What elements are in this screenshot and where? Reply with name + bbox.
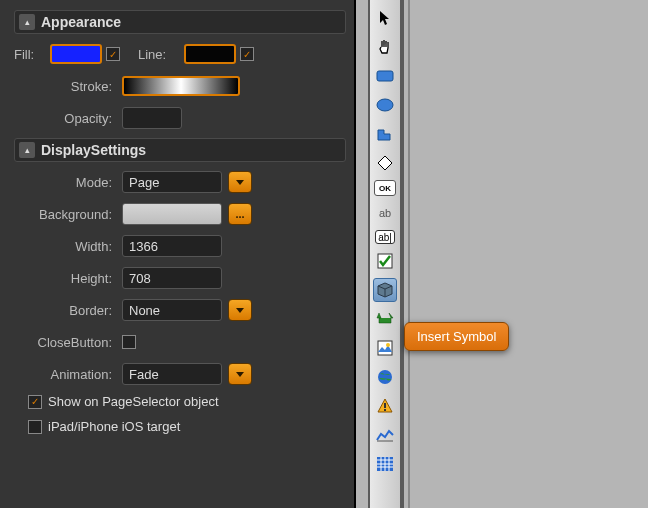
arrow-tool[interactable] xyxy=(373,307,397,331)
border-dropdown-button[interactable] xyxy=(228,299,252,321)
svg-rect-3 xyxy=(378,341,392,355)
svg-rect-0 xyxy=(377,71,393,81)
collapse-icon[interactable]: ▴ xyxy=(19,142,35,158)
closebutton-label: CloseButton: xyxy=(14,335,122,350)
checkbox-tool[interactable] xyxy=(373,249,397,273)
canvas-area[interactable] xyxy=(402,0,648,508)
height-label: Height: xyxy=(14,271,122,286)
diamond-icon xyxy=(377,155,393,171)
pointer-icon xyxy=(378,10,392,26)
background-swatch[interactable] xyxy=(122,203,222,225)
symbol-icon xyxy=(376,282,394,298)
pageselector-label: Show on PageSelector object xyxy=(48,394,219,409)
svg-rect-6 xyxy=(384,403,386,408)
canvas-divider xyxy=(408,0,410,508)
rectangle-tool[interactable] xyxy=(373,64,397,88)
mode-input[interactable] xyxy=(122,171,222,193)
image-icon xyxy=(377,340,393,356)
mode-dropdown-button[interactable] xyxy=(228,171,252,193)
image-tool[interactable] xyxy=(373,336,397,360)
stroke-swatch[interactable] xyxy=(122,76,240,96)
globe-tool[interactable] xyxy=(373,365,397,389)
background-browse-button[interactable] xyxy=(228,203,252,225)
hand-tool[interactable] xyxy=(373,35,397,59)
ellipse-icon xyxy=(376,98,394,112)
opacity-label: Opacity: xyxy=(14,111,122,126)
pointer-tool[interactable] xyxy=(373,6,397,30)
chart-tool[interactable] xyxy=(373,423,397,447)
closebutton-checkbox[interactable] xyxy=(122,335,136,349)
stroke-label: Stroke: xyxy=(14,79,122,94)
mode-label: Mode: xyxy=(14,175,122,190)
fill-label: Fill: xyxy=(14,47,44,62)
button-tool[interactable]: OK xyxy=(374,180,396,196)
polygon-icon xyxy=(376,126,394,142)
svg-point-5 xyxy=(378,370,392,384)
collapse-icon[interactable]: ▴ xyxy=(19,14,35,30)
text-icon: ab xyxy=(379,207,391,219)
warning-icon xyxy=(377,398,393,414)
tooltip-text: Insert Symbol xyxy=(417,329,496,344)
insert-symbol-tool[interactable] xyxy=(373,278,397,302)
appearance-title: Appearance xyxy=(41,14,121,30)
animation-input[interactable] xyxy=(122,363,222,385)
line-checkbox[interactable] xyxy=(240,47,254,61)
rectangle-icon xyxy=(376,70,394,82)
checkbox-icon xyxy=(377,253,393,269)
opacity-input[interactable] xyxy=(122,107,182,129)
background-label: Background: xyxy=(14,207,122,222)
arrow-icon xyxy=(376,312,394,326)
display-title: DisplaySettings xyxy=(41,142,146,158)
line-swatch[interactable] xyxy=(184,44,236,64)
line-label: Line: xyxy=(138,47,178,62)
animation-dropdown-button[interactable] xyxy=(228,363,252,385)
properties-panel: ▴ Appearance Fill: Line: Stroke: Opacity… xyxy=(0,0,356,508)
warning-tool[interactable] xyxy=(373,394,397,418)
svg-rect-7 xyxy=(384,409,386,411)
diamond-tool[interactable] xyxy=(373,151,397,175)
polygon-tool[interactable] xyxy=(373,122,397,146)
tooltip: Insert Symbol xyxy=(404,322,509,351)
svg-point-4 xyxy=(386,343,390,347)
pageselector-checkbox[interactable] xyxy=(28,395,42,409)
toolstrip: OK ab ab| xyxy=(368,0,402,508)
textbox-icon: ab| xyxy=(378,232,392,243)
display-header[interactable]: ▴ DisplaySettings xyxy=(14,138,346,162)
text-tool[interactable]: ab xyxy=(373,201,397,225)
height-input[interactable] xyxy=(122,267,222,289)
hand-icon xyxy=(377,39,393,55)
width-input[interactable] xyxy=(122,235,222,257)
svg-point-1 xyxy=(377,99,393,111)
fill-checkbox[interactable] xyxy=(106,47,120,61)
appearance-header[interactable]: ▴ Appearance xyxy=(14,10,346,34)
grid-tool[interactable] xyxy=(373,452,397,476)
textbox-tool[interactable]: ab| xyxy=(375,230,395,244)
chart-icon xyxy=(376,428,394,442)
ios-target-checkbox[interactable] xyxy=(28,420,42,434)
border-label: Border: xyxy=(14,303,122,318)
ok-icon: OK xyxy=(379,184,391,193)
grid-icon xyxy=(377,457,393,471)
border-input[interactable] xyxy=(122,299,222,321)
globe-icon xyxy=(377,369,393,385)
animation-label: Animation: xyxy=(14,367,122,382)
fill-swatch[interactable] xyxy=(50,44,102,64)
ellipse-tool[interactable] xyxy=(373,93,397,117)
width-label: Width: xyxy=(14,239,122,254)
ios-target-label: iPad/iPhone iOS target xyxy=(48,419,180,434)
